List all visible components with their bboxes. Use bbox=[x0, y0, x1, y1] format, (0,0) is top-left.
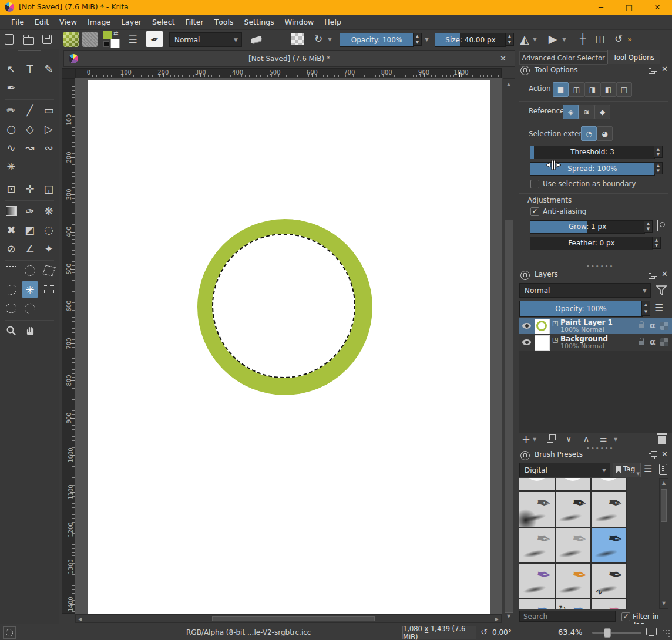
tool-ellipse-select[interactable] bbox=[22, 262, 38, 279]
opacity-slider[interactable]: Opacity: 100% bbox=[340, 33, 414, 47]
tool-select-shapes[interactable]: ↖ bbox=[3, 60, 19, 77]
presets-menu-icon[interactable]: ☰ bbox=[644, 463, 652, 474]
menu-item-image[interactable]: I̲mage bbox=[82, 18, 116, 26]
canvas-viewport[interactable] bbox=[75, 78, 502, 614]
tool-zoom[interactable] bbox=[3, 322, 19, 339]
pattern-chooser-button[interactable] bbox=[82, 32, 98, 47]
layer-inherit-alpha-icon[interactable] bbox=[660, 322, 668, 330]
foreground-color-swatch[interactable] bbox=[103, 31, 112, 39]
chevron-down-icon[interactable]: ▼ bbox=[533, 437, 536, 442]
tool-freehand-brush[interactable]: ✏ bbox=[3, 102, 19, 118]
add-layer-button[interactable]: + bbox=[522, 433, 530, 445]
toolbar-overflow-button[interactable]: » bbox=[627, 35, 632, 43]
menu-item-view[interactable]: V̲iew bbox=[54, 18, 82, 26]
chevron-down-icon[interactable]: ▼ bbox=[533, 36, 537, 42]
stop-growing-at-boundary-icon[interactable] bbox=[656, 220, 664, 231]
horizontal-scrollbar[interactable]: ◀ ▶ bbox=[75, 614, 502, 623]
brush-preset-eraser-circle[interactable] bbox=[519, 478, 555, 490]
preset-scrollbar-thumb[interactable] bbox=[661, 489, 667, 522]
mirror-horizontal-button[interactable]: ◭ bbox=[518, 32, 531, 46]
filter-in-tag-checkbox[interactable]: ✓ bbox=[621, 612, 630, 621]
preset-scrollbar[interactable]: ▲ ▼ bbox=[659, 478, 668, 609]
docker-close-icon[interactable]: ✕ bbox=[661, 65, 668, 73]
layer-lock-icon[interactable] bbox=[639, 324, 644, 328]
close-button[interactable]: ✕ bbox=[644, 0, 671, 15]
layer-alpha-icon[interactable]: α bbox=[650, 321, 656, 330]
brush-preset-paint-wash[interactable]: ✒ bbox=[555, 563, 590, 598]
menu-item-layer[interactable]: L̲ayer bbox=[116, 18, 147, 26]
feather-spinner[interactable]: ▲▼ bbox=[652, 237, 661, 249]
horizontal-scrollbar-thumb[interactable] bbox=[212, 616, 375, 621]
layer-blending-dropdown[interactable]: Normal ▼ bbox=[519, 283, 651, 298]
zoom-slider-handle[interactable] bbox=[604, 628, 611, 638]
vertical-scrollbar-thumb[interactable] bbox=[505, 220, 513, 613]
threshold-spinner[interactable]: ▲▼ bbox=[654, 146, 663, 158]
gradient-chooser-button[interactable] bbox=[63, 32, 79, 47]
tool-color-sampler[interactable]: ✑ bbox=[22, 203, 38, 219]
delete-layer-button[interactable] bbox=[658, 436, 666, 444]
scroll-down-icon[interactable]: ▼ bbox=[662, 601, 666, 606]
tool-gradient[interactable] bbox=[3, 203, 19, 219]
tab-advanced-color-selector[interactable]: Advanced Color Selector bbox=[519, 51, 607, 65]
canvas-page[interactable] bbox=[88, 80, 490, 614]
tool-magnetic-select[interactable] bbox=[22, 300, 38, 316]
brush-option-button[interactable]: ☰ bbox=[126, 33, 140, 45]
reference-mode-button-2[interactable]: ◆ bbox=[594, 105, 610, 119]
tool-move[interactable]: ✛ bbox=[22, 180, 38, 197]
brush-preset-wet-paint[interactable]: ✒ bbox=[591, 527, 626, 562]
tool-polyline[interactable]: ▷ bbox=[41, 120, 57, 137]
menu-item-filter[interactable]: Filte̲r bbox=[180, 18, 209, 26]
scroll-left-icon[interactable]: ◀ bbox=[78, 617, 82, 622]
float-docker-icon[interactable] bbox=[649, 68, 655, 74]
brush-preset-ink-pen[interactable]: ✒ bbox=[591, 491, 626, 527]
open-button[interactable] bbox=[23, 35, 34, 45]
tool-bezier-select[interactable] bbox=[3, 300, 19, 316]
docker-lock-icon[interactable] bbox=[520, 271, 530, 280]
tool-freehand-path[interactable]: ↝ bbox=[22, 139, 38, 156]
image-dimensions-badge[interactable]: 1,080 x̲ 1,439 (7.6 MiB) bbox=[402, 626, 476, 639]
spread-spinner[interactable]: ▲▼ bbox=[654, 162, 663, 174]
size-slider[interactable]: Size: 40.00 px bbox=[435, 33, 506, 47]
brush-preset-ink-gpen[interactable]: ✒ bbox=[555, 491, 590, 527]
size-spinner[interactable]: ▲▼ bbox=[505, 33, 514, 46]
zoom-slider[interactable] bbox=[592, 632, 641, 634]
feather-slider[interactable]: Feather: 0 px bbox=[530, 237, 653, 250]
tool-bezier-curve[interactable]: ∿ bbox=[3, 139, 19, 156]
minimize-button[interactable]: ─ bbox=[587, 0, 614, 15]
fit-to-screen-icon[interactable] bbox=[646, 628, 657, 635]
reference-mode-button-1[interactable]: ≋ bbox=[579, 105, 594, 119]
layer-row[interactable]: ◳Background100% Normalα bbox=[519, 334, 672, 351]
antialias-checkbox[interactable]: ✓ bbox=[530, 207, 539, 216]
scroll-up-icon[interactable]: ▲ bbox=[662, 480, 666, 486]
new-document-button[interactable] bbox=[5, 34, 14, 45]
action-mode-button-0[interactable]: ■ bbox=[553, 82, 569, 97]
tool-similar-color-select[interactable] bbox=[41, 281, 57, 298]
tool-transform[interactable]: ⊡ bbox=[3, 180, 19, 197]
save-button[interactable] bbox=[42, 35, 52, 44]
layer-opacity-spinner[interactable]: ▲▼ bbox=[641, 301, 650, 316]
float-docker-icon[interactable] bbox=[649, 453, 655, 459]
tool-contiguous-select[interactable]: ✳ bbox=[22, 281, 38, 298]
fg-bg-color-chooser[interactable]: ⇄ bbox=[103, 31, 120, 48]
layer-filter-icon[interactable] bbox=[654, 283, 668, 297]
tool-reference-images[interactable]: ✦ bbox=[41, 240, 57, 257]
tool-polygon-select[interactable] bbox=[41, 262, 57, 279]
blending-mode-dropdown[interactable]: Normal ▼ bbox=[169, 32, 242, 47]
action-mode-button-3[interactable]: ◧ bbox=[600, 82, 616, 97]
menu-item-window[interactable]: W̲indow bbox=[280, 18, 320, 26]
layer-properties-button[interactable]: ⚌ bbox=[600, 434, 606, 443]
undo-button[interactable]: ↺ bbox=[613, 33, 624, 45]
wraparound-mode-button[interactable]: ┼ bbox=[577, 33, 589, 45]
tool-pan[interactable] bbox=[22, 322, 38, 339]
tool-enclose-fill[interactable]: ◌ bbox=[41, 221, 57, 238]
tab-close-icon[interactable]: ✕ bbox=[500, 54, 506, 63]
tool-rect-select[interactable] bbox=[3, 262, 19, 279]
layer-opacity-slider[interactable]: Opacity: 100% bbox=[519, 301, 643, 317]
duplicate-layer-button[interactable] bbox=[547, 437, 553, 443]
brush-preset-pencil-texture[interactable]: ✒ bbox=[519, 599, 555, 609]
move-layer-down-button[interactable]: ∨ bbox=[566, 434, 572, 443]
layer-visibility-icon[interactable] bbox=[522, 339, 531, 345]
tool-smart-patch[interactable]: ❋ bbox=[41, 203, 57, 219]
layer-alpha-icon[interactable]: α bbox=[650, 337, 656, 346]
chevron-down-icon[interactable]: ▼ bbox=[425, 36, 429, 42]
